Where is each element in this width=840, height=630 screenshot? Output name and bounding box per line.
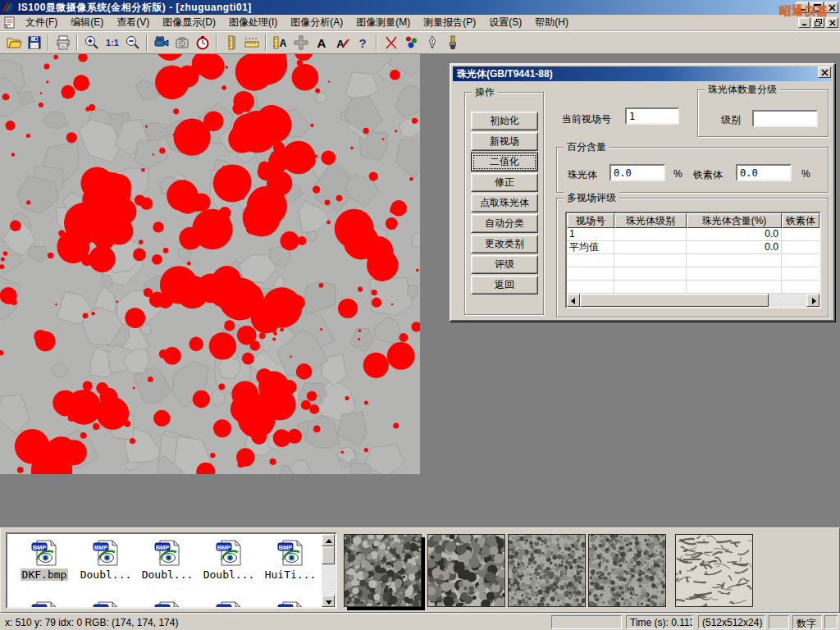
scroll-right-button[interactable] — [806, 294, 819, 307]
brush-icon[interactable] — [442, 34, 463, 52]
menu-item-2[interactable]: 编辑(E) — [64, 14, 110, 31]
op-button-7[interactable]: 更改类别 — [471, 235, 538, 253]
mdi-minimize-button[interactable] — [798, 17, 810, 28]
ruler-icon[interactable] — [241, 34, 262, 52]
measure-text-icon[interactable]: A — [270, 34, 290, 52]
file-name[interactable]: HuiTi... — [263, 568, 318, 581]
file-item-row2-4[interactable]: BMP — [200, 601, 258, 609]
op-button-5[interactable]: 点取珠光体 — [471, 194, 538, 212]
mdi-restore-button[interactable] — [812, 17, 824, 28]
particles-icon[interactable] — [401, 34, 422, 52]
mdi-close-button[interactable] — [826, 17, 838, 28]
table-header-3[interactable]: 珠光体含量(%) — [687, 213, 782, 228]
close-button[interactable] — [825, 2, 838, 13]
file-list-scrollbar[interactable] — [322, 534, 336, 607]
menu-item-4[interactable]: 图像显示(D) — [156, 14, 222, 31]
thumbnail-4[interactable] — [588, 534, 666, 607]
text-icon[interactable]: A — [311, 34, 331, 52]
table-header-1[interactable]: 视场号 — [567, 213, 614, 228]
open-file-icon[interactable] — [3, 34, 24, 52]
table-row[interactable] — [567, 254, 819, 267]
file-item-row2-1[interactable]: BMP — [16, 601, 73, 609]
file-item-3[interactable]: BMPDoubl... — [139, 540, 196, 581]
scroll-down-button[interactable] — [322, 595, 335, 607]
table-cell — [782, 281, 819, 293]
file-item-row2-3[interactable]: BMP — [139, 601, 196, 609]
table-row[interactable]: 平均值0.0 — [567, 241, 819, 254]
file-name[interactable]: Doubl... — [79, 568, 134, 581]
menu-item-6[interactable]: 图像分析(A) — [284, 14, 349, 31]
document-icon[interactable] — [2, 16, 16, 30]
svg-text:BMP: BMP — [32, 544, 46, 551]
menu-item-10[interactable]: 帮助(H) — [528, 14, 575, 31]
title-bar[interactable]: IS100显微摄像系统(金相分析版) - [zhuguangti01] — [0, 0, 840, 15]
maximize-button[interactable] — [810, 2, 824, 13]
level-input[interactable] — [752, 110, 818, 127]
menu-item-3[interactable]: 查看(V) — [110, 14, 156, 31]
file-name[interactable]: DKF.bmp — [21, 568, 69, 581]
file-item-1[interactable]: BMPDKF.bmp — [16, 540, 73, 581]
minimize-button[interactable] — [796, 2, 809, 13]
file-item-2[interactable]: BMPDoubl... — [77, 540, 135, 581]
timer-icon[interactable] — [192, 34, 212, 52]
zoom-in-icon[interactable] — [81, 34, 102, 52]
thumbnail-5[interactable] — [675, 534, 753, 607]
op-button-6[interactable]: 自动分类 — [471, 214, 538, 233]
annotate-icon[interactable]: A — [331, 34, 352, 52]
table-row[interactable]: 10.0 — [567, 228, 819, 241]
scroll-left-button[interactable] — [567, 294, 580, 307]
thumbnail-2[interactable] — [427, 534, 505, 607]
file-browser[interactable]: BMPDKF.bmpBMPDoubl...BMPDoubl...BMPDoubl… — [6, 532, 337, 609]
op-button-2[interactable]: 新视场 — [471, 132, 538, 151]
dialog-titlebar[interactable]: 珠光体(GB/T9441-88) — [453, 66, 832, 81]
op-button-3[interactable]: 二值化 — [471, 153, 538, 171]
menu-item-5[interactable]: 图像处理(I) — [222, 14, 284, 31]
op-button-8[interactable]: 评级 — [471, 255, 538, 274]
file-name[interactable]: Doubl... — [140, 568, 195, 581]
camera-icon[interactable] — [171, 34, 192, 52]
ferrite-input[interactable] — [736, 164, 792, 181]
file-item-row2-2[interactable]: BMP — [77, 601, 135, 609]
pen-icon[interactable] — [422, 34, 442, 52]
print-icon[interactable] — [52, 34, 73, 52]
save-icon[interactable] — [24, 34, 44, 52]
menu-item-7[interactable]: 图像测量(M) — [349, 14, 417, 31]
help-icon[interactable]: ? — [352, 34, 372, 52]
pearlite-input[interactable] — [609, 164, 665, 181]
actual-size-icon[interactable]: 1:1 — [102, 34, 122, 52]
table-row[interactable] — [567, 281, 819, 294]
file-name[interactable]: Doubl... — [202, 568, 257, 581]
zoom-out-icon[interactable] — [122, 34, 143, 52]
caliper-icon[interactable] — [221, 34, 241, 52]
file-item-4[interactable]: BMPDoubl... — [200, 540, 258, 581]
menu-item-9[interactable]: 设置(S) — [482, 14, 528, 31]
file-item-row2-5[interactable]: BMP — [262, 601, 319, 609]
current-field-input[interactable] — [625, 107, 679, 125]
menu-item-8[interactable]: 测量报告(P) — [417, 14, 482, 31]
table-row[interactable] — [567, 267, 819, 281]
curve-icon[interactable] — [381, 34, 401, 52]
ferrite-percent-sign: % — [801, 168, 810, 180]
grid-icon[interactable] — [290, 34, 311, 52]
op-button-1[interactable]: 初始化 — [471, 112, 538, 130]
file-item-5[interactable]: BMPHuiTi... — [262, 540, 319, 581]
grading-group-label: 珠光体数量分级 — [705, 84, 780, 95]
micrograph-view[interactable] — [0, 54, 420, 474]
dialog-close-button[interactable] — [818, 66, 831, 78]
table-hscrollbar[interactable] — [567, 294, 819, 307]
thumbnail-3[interactable] — [508, 534, 586, 607]
rating-table[interactable]: 视场号珠光体级别珠光体含量(%)铁素体10.0平均值0.0 — [565, 212, 821, 308]
toolbar-separator — [216, 34, 217, 51]
op-button-4[interactable]: 修正 — [471, 173, 538, 192]
table-header-2[interactable]: 珠光体级别 — [614, 213, 687, 228]
scroll-up-button[interactable] — [322, 534, 335, 546]
op-button-9[interactable]: 返回 — [471, 276, 538, 294]
scrollbar-thumb[interactable] — [322, 546, 335, 564]
table-header-4[interactable]: 铁素体 — [782, 213, 819, 228]
toolbar-separator — [146, 34, 148, 51]
bmp-file-icon: BMP — [216, 601, 243, 609]
menu-item-1[interactable]: 文件(F) — [19, 14, 64, 31]
scrollbar-thumb[interactable] — [580, 294, 769, 307]
video-camera-icon[interactable] — [151, 34, 171, 52]
thumbnail-1[interactable] — [344, 534, 422, 607]
